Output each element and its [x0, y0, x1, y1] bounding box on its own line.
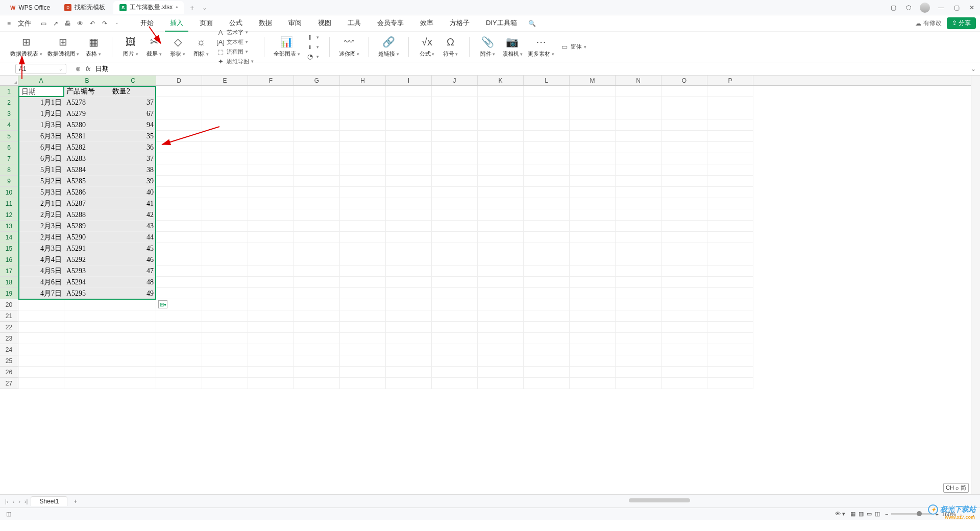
col-header-I[interactable]: I [386, 76, 432, 85]
cell[interactable] [662, 355, 707, 367]
cell[interactable]: 2月4日 [18, 232, 64, 243]
cell[interactable] [386, 198, 432, 209]
cell[interactable] [248, 355, 294, 367]
cell[interactable] [340, 164, 386, 176]
open-icon[interactable]: ↗ [52, 20, 60, 27]
row-header-16[interactable]: 16 [0, 254, 18, 266]
cell[interactable] [202, 108, 248, 119]
ribbon-btn-附件[interactable]: 📎附件 ▾ [478, 35, 498, 59]
cell[interactable] [64, 355, 110, 367]
cell[interactable] [570, 108, 616, 119]
cell[interactable] [202, 142, 248, 153]
cell[interactable]: A5280 [64, 119, 110, 131]
cell[interactable] [156, 187, 202, 198]
cell[interactable] [386, 97, 432, 108]
ribbon-btn-符号[interactable]: Ω符号 ▾ [440, 35, 461, 59]
cell[interactable] [524, 131, 570, 142]
cell[interactable] [110, 355, 156, 367]
cell[interactable]: A5278 [64, 97, 110, 108]
cell[interactable] [616, 97, 662, 108]
cell[interactable] [616, 299, 662, 310]
cell[interactable] [294, 355, 340, 367]
ribbon-btn-艺术字[interactable]: A艺术字 ▾ [214, 28, 256, 37]
view-normal-icon[interactable]: ▦ [850, 511, 855, 517]
cell[interactable]: A5282 [64, 142, 110, 153]
row-header-23[interactable]: 23 [0, 333, 18, 344]
cell[interactable] [616, 131, 662, 142]
avatar[interactable] [920, 3, 930, 13]
cell[interactable] [340, 378, 386, 389]
cell[interactable] [156, 153, 202, 164]
cell[interactable] [248, 131, 294, 142]
cell[interactable]: 46 [110, 254, 156, 266]
eye-icon[interactable]: 👁 ▾ [835, 511, 845, 517]
cell[interactable] [340, 232, 386, 243]
cell[interactable] [294, 142, 340, 153]
cell[interactable] [478, 288, 524, 299]
cell[interactable]: 6月3日 [18, 131, 64, 142]
cell[interactable] [616, 142, 662, 153]
cell[interactable] [478, 86, 524, 97]
name-box[interactable]: A1 ⌄ [15, 64, 66, 74]
cell[interactable] [156, 142, 202, 153]
cell[interactable] [570, 299, 616, 310]
cell[interactable] [524, 153, 570, 164]
cell[interactable] [524, 119, 570, 131]
menu-tab-9[interactable]: 效率 [415, 15, 438, 32]
cell[interactable] [616, 108, 662, 119]
cell[interactable] [294, 221, 340, 232]
cell[interactable] [707, 288, 753, 299]
cell[interactable] [432, 243, 478, 254]
cell[interactable] [432, 310, 478, 322]
cell[interactable] [386, 243, 432, 254]
cell[interactable] [524, 97, 570, 108]
cell[interactable]: 41 [110, 198, 156, 209]
cell[interactable] [340, 266, 386, 277]
cell[interactable]: A5284 [64, 164, 110, 176]
row-header-10[interactable]: 10 [0, 187, 18, 198]
cell[interactable] [248, 164, 294, 176]
cell[interactable] [202, 198, 248, 209]
cell[interactable] [294, 310, 340, 322]
row-header-17[interactable]: 17 [0, 266, 18, 277]
cell[interactable] [202, 119, 248, 131]
cell[interactable]: A5288 [64, 209, 110, 221]
cell[interactable] [386, 221, 432, 232]
row-header-6[interactable]: 6 [0, 142, 18, 153]
cell[interactable] [432, 288, 478, 299]
cell[interactable] [248, 277, 294, 288]
cell[interactable] [662, 198, 707, 209]
cell[interactable] [570, 344, 616, 355]
cell[interactable] [662, 209, 707, 221]
cell[interactable] [524, 164, 570, 176]
cell[interactable] [432, 86, 478, 97]
cell[interactable] [202, 97, 248, 108]
cell[interactable] [64, 333, 110, 344]
ribbon-btn-截屏[interactable]: ✂截屏 ▾ [144, 35, 164, 59]
cell[interactable] [248, 187, 294, 198]
cell[interactable] [248, 266, 294, 277]
cell[interactable] [432, 131, 478, 142]
cell[interactable] [570, 97, 616, 108]
menu-tab-5[interactable]: 审阅 [283, 15, 307, 32]
cell[interactable] [662, 333, 707, 344]
cell[interactable]: A5279 [64, 108, 110, 119]
cell[interactable] [524, 209, 570, 221]
cell[interactable] [524, 254, 570, 266]
cell[interactable]: 48 [110, 277, 156, 288]
cell[interactable] [478, 344, 524, 355]
row-header-18[interactable]: 18 [0, 277, 18, 288]
cell[interactable] [432, 142, 478, 153]
cell[interactable] [386, 344, 432, 355]
cell[interactable] [478, 119, 524, 131]
cell[interactable] [156, 232, 202, 243]
cell[interactable] [616, 198, 662, 209]
cell[interactable] [662, 344, 707, 355]
cell[interactable] [64, 378, 110, 389]
menu-tab-11[interactable]: DIY工具箱 [481, 15, 522, 32]
cell[interactable] [707, 108, 753, 119]
cell[interactable] [662, 322, 707, 333]
add-tab-button[interactable]: + [186, 4, 198, 12]
ribbon-btn-图片[interactable]: 🖼图片 ▾ [120, 35, 141, 59]
cell[interactable] [340, 344, 386, 355]
